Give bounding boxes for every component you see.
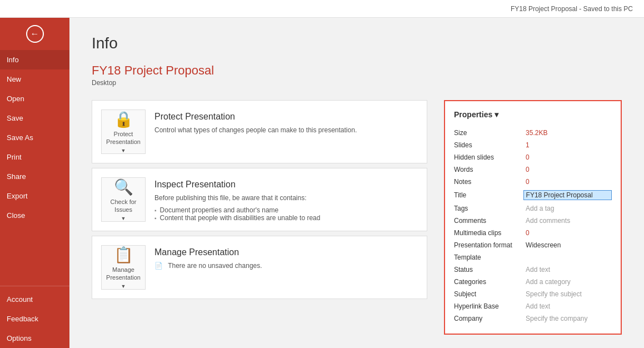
prop-value-hyperlink[interactable]: Add text xyxy=(526,302,612,310)
inspect-arrow: ▼ xyxy=(121,216,126,221)
sidebar-item-new[interactable]: New xyxy=(0,69,69,89)
protect-icon: 🔒 xyxy=(114,110,133,128)
inspect-bullet-2: ▪ Content that people with disabilities … xyxy=(154,214,418,222)
prop-value-size: 35.2KB xyxy=(526,129,612,137)
sidebar-item-save[interactable]: Save xyxy=(0,108,69,128)
prop-value-multimedia: 0 xyxy=(526,229,612,237)
back-icon: ← xyxy=(26,25,44,43)
properties-panel: Properties ▾ Size 35.2KB Slides 1 Hidden… xyxy=(444,100,622,335)
prop-value-status[interactable]: Add text xyxy=(526,266,612,274)
protect-arrow: ▼ xyxy=(121,148,126,153)
prop-hidden-slides: Hidden slides 0 xyxy=(454,151,612,163)
file-title: FY18 Project Proposal xyxy=(92,63,622,78)
info-sections: 🔒 ProtectPresentation ▼ Protect Presenta… xyxy=(92,100,622,335)
manage-arrow: ▼ xyxy=(121,284,126,289)
prop-value-tags[interactable]: Add a tag xyxy=(526,205,612,212)
sidebar: ← Info New Open Save Save As Print Share… xyxy=(0,18,69,348)
prop-categories: Categories Add a category xyxy=(454,276,612,288)
prop-label-title: Title xyxy=(454,191,523,199)
prop-label-comments: Comments xyxy=(454,217,526,225)
prop-value-notes: 0 xyxy=(526,178,612,186)
inspect-bullet-text-1: Document properties and author's name xyxy=(160,206,279,214)
prop-value-format: Widescreen xyxy=(526,241,612,249)
prop-label-notes: Notes xyxy=(454,178,526,186)
sidebar-item-options[interactable]: Options xyxy=(0,329,69,348)
prop-label-tags: Tags xyxy=(454,205,526,212)
prop-title: Title FY18 Project Proposal xyxy=(454,188,612,202)
prop-size: Size 35.2KB xyxy=(454,127,612,139)
manage-icon-box[interactable]: 📋 ManagePresentation ▼ xyxy=(101,245,146,290)
protect-label: ProtectPresentation xyxy=(106,131,141,145)
prop-slides: Slides 1 xyxy=(454,139,612,151)
sidebar-nav: Info New Open Save Save As Print Share E… xyxy=(0,50,69,282)
prop-label-slides: Slides xyxy=(454,141,526,149)
inspect-card: 🔍 Check forIssues ▼ Inspect Presentation… xyxy=(92,168,427,231)
prop-format: Presentation format Widescreen xyxy=(454,239,612,251)
manage-content: Manage Presentation 📄 There are no unsav… xyxy=(154,245,418,271)
back-button[interactable]: ← xyxy=(0,18,69,50)
prop-value-subject[interactable]: Specify the subject xyxy=(526,290,612,298)
sidebar-item-print[interactable]: Print xyxy=(0,147,69,167)
sidebar-item-save-as[interactable]: Save As xyxy=(0,128,69,147)
sidebar-item-account[interactable]: Account xyxy=(0,290,69,309)
prop-label-template: Template xyxy=(454,253,526,261)
protect-content: Protect Presentation Control what types … xyxy=(154,110,418,135)
prop-label-categories: Categories xyxy=(454,278,526,286)
inspect-icon-box[interactable]: 🔍 Check forIssues ▼ xyxy=(101,177,146,222)
content-area: Info FY18 Project Proposal Desktop 🔒 Pro… xyxy=(69,18,644,348)
properties-header[interactable]: Properties ▾ xyxy=(454,110,612,119)
prop-label-company: Company xyxy=(454,315,526,322)
sidebar-item-feedback[interactable]: Feedback xyxy=(0,309,69,329)
sidebar-item-open[interactable]: Open xyxy=(0,89,69,108)
prop-value-comments[interactable]: Add comments xyxy=(526,217,612,225)
prop-subject: Subject Specify the subject xyxy=(454,288,612,300)
inspect-title: Inspect Presentation xyxy=(154,180,418,190)
manage-desc: 📄 There are no unsaved changes. xyxy=(154,261,418,271)
protect-title: Protect Presentation xyxy=(154,112,418,122)
prop-value-categories[interactable]: Add a category xyxy=(526,278,612,286)
prop-value-company[interactable]: Specify the company xyxy=(526,315,612,322)
prop-tags: Tags Add a tag xyxy=(454,202,612,215)
prop-comments: Comments Add comments xyxy=(454,215,612,227)
bullet-icon-1: ▪ xyxy=(154,207,157,213)
inspect-bullet-1: ▪ Document properties and author's name xyxy=(154,206,418,214)
sidebar-item-info[interactable]: Info xyxy=(0,50,69,69)
manage-card: 📋 ManagePresentation ▼ Manage Presentati… xyxy=(92,236,427,299)
prop-label-format: Presentation format xyxy=(454,241,526,249)
left-sections: 🔒 ProtectPresentation ▼ Protect Presenta… xyxy=(92,100,427,335)
prop-label-subject: Subject xyxy=(454,290,526,298)
prop-label-words: Words xyxy=(454,166,526,173)
bullet-icon-2: ▪ xyxy=(154,215,157,221)
manage-icon: 📋 xyxy=(114,246,133,264)
prop-company: Company Specify the company xyxy=(454,312,612,325)
prop-label-hyperlink: Hyperlink Base xyxy=(454,302,526,310)
sidebar-divider xyxy=(0,286,69,286)
sidebar-item-close[interactable]: Close xyxy=(0,206,69,225)
inspect-content: Inspect Presentation Before publishing t… xyxy=(154,177,418,222)
prop-label-status: Status xyxy=(454,266,526,274)
inspect-desc: Before publishing this file, be aware th… xyxy=(154,193,418,203)
inspect-label: Check forIssues xyxy=(110,198,136,213)
page-title: Info xyxy=(92,34,622,52)
prop-status: Status Add text xyxy=(454,264,612,276)
sidebar-item-share[interactable]: Share xyxy=(0,167,69,186)
prop-label-hidden-slides: Hidden slides xyxy=(454,153,526,161)
protect-desc: Control what types of changes people can… xyxy=(154,125,418,135)
prop-notes: Notes 0 xyxy=(454,176,612,188)
prop-value-title[interactable]: FY18 Project Proposal xyxy=(523,190,612,200)
prop-multimedia: Multimedia clips 0 xyxy=(454,227,612,239)
prop-hyperlink: Hyperlink Base Add text xyxy=(454,300,612,312)
prop-value-slides: 1 xyxy=(526,141,612,149)
prop-words: Words 0 xyxy=(454,163,612,176)
top-bar: FY18 Project Proposal - Saved to this PC xyxy=(0,0,644,18)
file-location: Desktop xyxy=(92,79,622,87)
prop-label-size: Size xyxy=(454,129,526,137)
inspect-icon: 🔍 xyxy=(114,178,133,196)
manage-label: ManagePresentation xyxy=(106,266,141,281)
prop-label-multimedia: Multimedia clips xyxy=(454,229,526,237)
main-layout: ← Info New Open Save Save As Print Share… xyxy=(0,18,644,348)
protect-icon-box[interactable]: 🔒 ProtectPresentation ▼ xyxy=(101,110,146,154)
prop-template: Template xyxy=(454,251,612,264)
manage-title: Manage Presentation xyxy=(154,247,418,257)
sidebar-item-export[interactable]: Export xyxy=(0,186,69,206)
